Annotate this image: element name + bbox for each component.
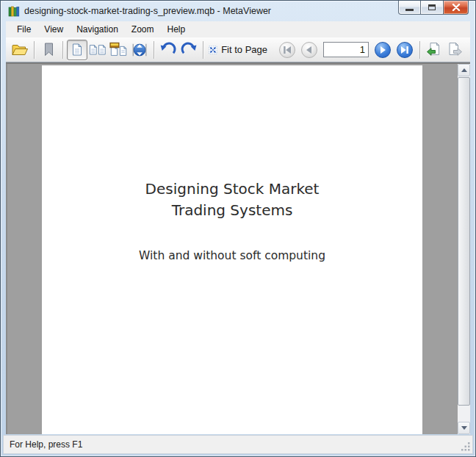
fit-to-page-icon — [209, 43, 217, 57]
menu-item-help[interactable]: Help — [161, 22, 192, 37]
history-back-icon — [426, 42, 442, 58]
scrollbar-thumb[interactable] — [458, 77, 470, 406]
statusbar: For Help, press F1 — [3, 435, 473, 454]
toolbar-separator — [34, 41, 35, 59]
page-number-input[interactable] — [323, 42, 369, 57]
vertical-scrollbar[interactable] — [458, 64, 470, 434]
document-subtitle: With and without soft computing — [42, 249, 422, 262]
first-page-icon — [283, 46, 292, 54]
document-page: Designing Stock Market Trading Systems W… — [42, 65, 422, 434]
rotate-right-button[interactable] — [178, 40, 199, 60]
metaviewer-window: designing-stock-market-trading-s_preview… — [0, 0, 476, 457]
book-view-icon — [109, 42, 128, 58]
history-forward-button[interactable] — [444, 40, 465, 60]
history-group — [416, 40, 466, 60]
fit-to-page-button[interactable]: Fit to Page — [207, 40, 269, 60]
scroll-up-icon — [461, 68, 467, 72]
menu-item-view[interactable]: View — [37, 22, 70, 37]
scroll-down-button[interactable] — [458, 422, 470, 434]
next-page-icon — [378, 46, 387, 54]
menu-item-file[interactable]: File — [10, 22, 37, 37]
open-file-button[interactable] — [10, 40, 30, 60]
scrollbar-track[interactable] — [458, 76, 470, 422]
document-title: Designing Stock Market Trading Systems — [42, 179, 422, 221]
previous-page-icon — [305, 46, 314, 54]
previous-page-button[interactable] — [301, 42, 317, 58]
menu-item-navigation[interactable]: Navigation — [70, 22, 125, 37]
continuous-scroll-icon — [131, 41, 148, 59]
maximize-button[interactable] — [421, 1, 444, 15]
bookmark-icon — [43, 43, 54, 57]
facing-pages-icon — [89, 43, 107, 57]
toolbar-separator — [419, 41, 420, 59]
rotate-right-icon — [180, 41, 198, 59]
minimize-icon — [405, 9, 414, 11]
single-page-icon — [72, 43, 82, 56]
close-icon — [452, 4, 461, 11]
document-title-line1: Designing Stock Market — [42, 179, 422, 200]
toolbar: Fit to Page — [6, 37, 470, 62]
continuous-scroll-button[interactable] — [129, 40, 150, 60]
resize-grip-icon[interactable] — [461, 442, 471, 452]
close-button[interactable] — [444, 1, 469, 15]
menu-item-zoom[interactable]: Zoom — [125, 22, 161, 37]
toolbar-separator — [62, 41, 63, 59]
titlebar[interactable]: designing-stock-market-trading-s_preview… — [1, 1, 475, 21]
folder-open-icon — [11, 43, 29, 57]
last-page-icon — [400, 46, 409, 54]
minimize-button[interactable] — [398, 1, 421, 15]
window-title: designing-stock-market-trading-s_preview… — [24, 6, 271, 16]
scroll-up-button[interactable] — [458, 64, 470, 76]
rotate-left-button[interactable] — [158, 40, 178, 60]
document-viewport: Designing Stock Market Trading Systems W… — [6, 62, 470, 434]
toolbar-separator — [154, 41, 154, 59]
document-title-line2: Trading Systems — [42, 200, 422, 221]
next-page-button[interactable] — [375, 42, 391, 58]
statusbar-help-text: For Help, press F1 — [10, 439, 82, 450]
maximize-icon — [428, 4, 436, 10]
rotate-left-icon — [159, 41, 177, 59]
menubar: File View Navigation Zoom Help — [6, 21, 470, 37]
book-view-button[interactable] — [108, 40, 129, 60]
history-back-button[interactable] — [424, 40, 444, 60]
fit-to-page-label: Fit to Page — [221, 44, 267, 55]
app-icon — [8, 5, 20, 17]
toolbar-separator — [203, 41, 203, 59]
scroll-down-icon — [461, 426, 467, 430]
single-page-view-button[interactable] — [67, 40, 87, 60]
window-controls — [398, 1, 469, 15]
first-page-button[interactable] — [279, 42, 295, 58]
last-page-button[interactable] — [397, 42, 413, 58]
history-forward-icon — [447, 42, 463, 58]
bookmarks-button[interactable] — [38, 40, 59, 60]
facing-pages-view-button[interactable] — [87, 40, 108, 60]
